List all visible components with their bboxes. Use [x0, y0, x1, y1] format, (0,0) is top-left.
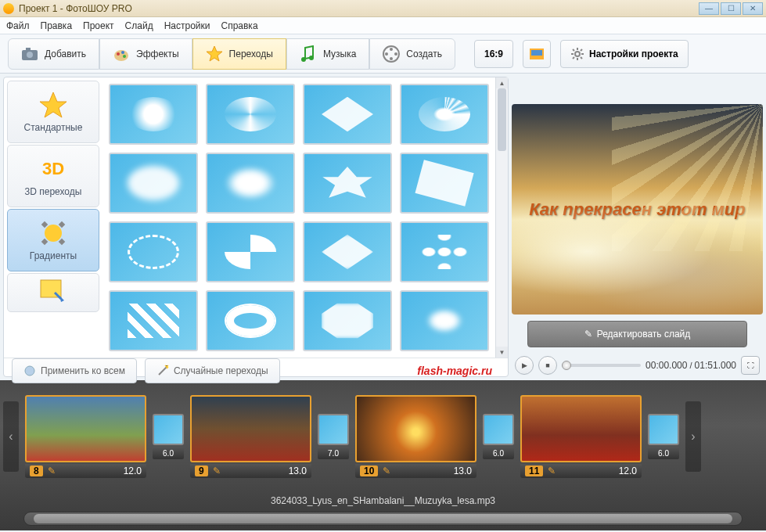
svg-point-11 [394, 52, 397, 56]
preview-panel: Как прекрасен этот мир ✎ Редактировать с… [512, 77, 763, 377]
pencil-icon[interactable]: ✎ [213, 466, 221, 476]
tab-effects[interactable]: Эффекты [99, 38, 192, 70]
preview-viewport: Как прекрасен этот мир [512, 104, 763, 315]
transition-thumb[interactable] [400, 84, 489, 145]
svg-rect-20 [41, 239, 48, 245]
tab-music[interactable]: Музыка [286, 38, 369, 70]
transition-thumb[interactable] [109, 221, 198, 282]
transition-thumb[interactable] [303, 290, 392, 351]
timeline-prev-button[interactable]: ‹ [3, 401, 19, 472]
transition-thumb[interactable] [206, 221, 295, 282]
svg-point-16 [575, 52, 580, 56]
transition-thumb[interactable] [109, 153, 198, 214]
timeline-slide[interactable]: 9✎13.0 [190, 395, 311, 478]
transition-thumbnail[interactable] [318, 414, 349, 445]
transition-thumb[interactable] [303, 221, 392, 282]
audio-track[interactable]: 3624033_Lyus_en_SHambalani__Muzuyka_lesa… [0, 493, 766, 509]
slide-thumbnail[interactable] [190, 395, 311, 462]
menu-slide[interactable]: Слайд [125, 20, 153, 31]
slide-duration: 13.0 [289, 466, 307, 476]
category-gradients[interactable]: Градиенты [7, 209, 99, 271]
gradient-icon [39, 219, 67, 247]
timeline-next-button[interactable]: › [685, 401, 701, 472]
category-other[interactable] [7, 273, 99, 312]
display-mode-button[interactable] [523, 40, 551, 68]
menu-settings[interactable]: Настройки [164, 20, 210, 31]
slide-thumbnail[interactable] [520, 395, 642, 462]
transition-thumb[interactable] [109, 84, 198, 145]
timeline-area: ‹ 8✎12.0 6.0 9✎13.0 7.0 10✎13.0 6.0 11✎1 [0, 380, 766, 530]
transition-duration: 7.0 [318, 447, 349, 459]
slide-thumbnail[interactable] [355, 395, 477, 462]
svg-rect-2 [26, 48, 31, 51]
category-3d-label: 3D переходы [25, 186, 82, 197]
svg-rect-15 [531, 50, 542, 56]
pencil-icon[interactable]: ✎ [383, 466, 390, 476]
transition-thumb[interactable] [206, 153, 295, 214]
fullscreen-button[interactable]: ⛶ [741, 356, 760, 375]
transition-thumbnail[interactable] [648, 414, 679, 445]
window-title: Проект 1 - ФотоШОУ PRO [19, 3, 697, 14]
main-toolbar: Добавить Эффекты Переходы Музыка Создать… [0, 34, 766, 74]
menu-help[interactable]: Справка [221, 20, 257, 31]
timeline-transition[interactable]: 6.0 [648, 414, 679, 459]
tab-add[interactable]: Добавить [8, 38, 99, 70]
transition-thumb[interactable] [109, 290, 198, 351]
progress-handle[interactable] [562, 361, 571, 370]
slide-number: 9 [195, 466, 208, 476]
transition-thumb[interactable] [400, 221, 489, 282]
progress-bar[interactable] [562, 364, 641, 367]
tab-create-label: Создать [406, 49, 442, 59]
category-3d[interactable]: 3D 3D переходы [7, 145, 99, 207]
svg-rect-18 [41, 221, 48, 228]
edit-slide-button[interactable]: ✎ Редактировать слайд [527, 321, 747, 347]
timeline-slide[interactable]: 10✎13.0 [355, 395, 477, 478]
tab-transitions-label: Переходы [229, 49, 273, 59]
transition-thumbnail[interactable] [483, 414, 514, 445]
menu-project[interactable]: Проект [83, 20, 114, 31]
sphere-icon [23, 365, 36, 377]
scroll-down-icon[interactable]: ▼ [496, 347, 508, 358]
scroll-up-icon[interactable]: ▲ [496, 77, 508, 88]
horizontal-scrollbar[interactable] [23, 512, 743, 526]
vertical-scrollbar[interactable]: ▲ ▼ [495, 77, 508, 358]
timeline-slide[interactable]: 8✎12.0 [25, 395, 146, 478]
play-button[interactable]: ▶ [515, 356, 534, 375]
close-button[interactable]: ✕ [743, 2, 763, 15]
watermark: flash-magic.ru [417, 365, 492, 377]
svg-point-8 [309, 56, 314, 60]
timeline-slide[interactable]: 11✎12.0 [520, 395, 642, 478]
picture-icon [530, 49, 544, 59]
pencil-icon[interactable]: ✎ [48, 466, 56, 476]
transition-thumb[interactable] [303, 84, 392, 145]
svg-point-6 [123, 55, 126, 58]
transition-thumb[interactable] [400, 290, 489, 351]
3d-icon: 3D [39, 155, 67, 183]
transition-thumb[interactable] [303, 153, 392, 214]
transition-thumb[interactable] [206, 84, 295, 145]
scrollbar-thumb[interactable] [34, 514, 732, 523]
menu-file[interactable]: Файл [6, 20, 30, 31]
maximize-button[interactable]: ☐ [721, 2, 741, 15]
transitions-grid [102, 77, 495, 358]
tab-transitions[interactable]: Переходы [192, 38, 286, 70]
project-settings-button[interactable]: Настройки проекта [560, 40, 689, 68]
timeline-transition[interactable]: 6.0 [153, 414, 184, 459]
slide-thumbnail[interactable] [25, 395, 146, 462]
timeline-transition[interactable]: 6.0 [483, 414, 514, 459]
transition-thumbnail[interactable] [153, 414, 184, 445]
aspect-button[interactable]: 16:9 [474, 40, 513, 68]
transition-thumb[interactable] [206, 290, 295, 351]
pencil-icon[interactable]: ✎ [548, 466, 556, 476]
minimize-button[interactable]: — [699, 2, 719, 15]
category-standard-label: Стандартные [24, 122, 83, 133]
transition-thumb[interactable] [400, 153, 489, 214]
menu-edit[interactable]: Правка [41, 20, 73, 31]
stop-button[interactable]: ■ [538, 356, 557, 375]
category-standard[interactable]: Стандартные [7, 81, 99, 143]
scrollbar-thumb[interactable] [498, 88, 506, 151]
timeline-transition[interactable]: 7.0 [318, 414, 349, 459]
transition-duration: 6.0 [483, 447, 514, 459]
tab-create[interactable]: Создать [369, 38, 455, 70]
star-icon [39, 91, 67, 119]
